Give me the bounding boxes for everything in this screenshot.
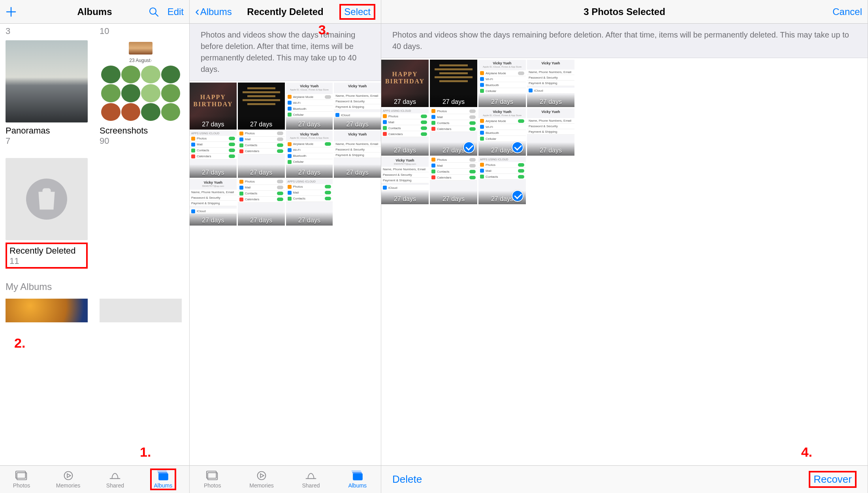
edit-button[interactable]: Edit: [168, 6, 184, 17]
tab-shared[interactable]: Shared: [302, 470, 320, 489]
deleted-item[interactable]: 27 days: [238, 83, 285, 130]
deleted-item[interactable]: Vicky Yueh Name, Phone Numbers, Email Pa…: [527, 108, 574, 156]
svg-rect-4: [159, 473, 168, 480]
deleted-item[interactable]: Vicky YuehApple ID, iCloud, iTunes & App…: [286, 83, 333, 130]
days-remaining: 27 days: [442, 98, 465, 105]
back-label: Albums: [200, 6, 232, 17]
deleted-item-selected[interactable]: Vicky YuehApple ID, iCloud, iTunes & App…: [478, 108, 526, 156]
trash-icon: [26, 179, 67, 220]
days-remaining: 27 days: [202, 217, 224, 224]
days-remaining: 27 days: [540, 98, 562, 105]
delete-button[interactable]: Delete: [392, 473, 422, 485]
page-title: 3 Photos Selected: [381, 6, 868, 17]
tab-bar: Photos Memories Shared Albums: [190, 465, 381, 493]
tab-shared[interactable]: Shared: [106, 470, 124, 489]
albums-scroll[interactable]: 3 10 Panoramas 7 23 August› S: [0, 24, 189, 465]
days-remaining: 27 days: [298, 169, 320, 176]
deleted-item[interactable]: HAPPYBIRTHDAY 27 days: [190, 83, 237, 130]
tab-memories[interactable]: Memories: [56, 470, 80, 489]
deleted-item[interactable]: Vicky Yueh Name, Phone Numbers, Email Pa…: [334, 131, 381, 178]
step-label-3: 3.: [318, 22, 330, 38]
album-count-screenshots: 90: [100, 136, 182, 146]
days-remaining: 27 days: [298, 121, 320, 128]
svg-rect-10: [353, 473, 362, 480]
days-remaining: 27 days: [346, 121, 369, 128]
tab-photos[interactable]: Photos: [204, 470, 221, 489]
days-remaining: 27 days: [250, 217, 272, 224]
tab-shared-label: Shared: [106, 482, 124, 489]
my-album-thumb: [6, 299, 88, 322]
selection-check-icon: [512, 190, 523, 202]
deleted-item[interactable]: 27 days: [430, 60, 477, 107]
deleted-item-selected[interactable]: APPS USING ICLOUD Photos Mail Contacts 2…: [478, 157, 526, 204]
deleted-item[interactable]: Photos Mail Contacts Calendars 27 days: [238, 179, 285, 226]
step-label-4: 4.: [801, 444, 812, 460]
back-button[interactable]: ‹ Albums: [195, 4, 232, 19]
tab-albums[interactable]: Albums: [348, 470, 367, 489]
days-remaining: 27 days: [540, 147, 562, 154]
days-remaining: 27 days: [250, 169, 272, 176]
album-recently-deleted[interactable]: Recently Deleted 11: [6, 158, 88, 269]
tab-photos-label: Photos: [204, 482, 221, 489]
recover-button[interactable]: Recover: [809, 471, 857, 488]
deleted-item[interactable]: Photos Mail Contacts Calendars 27 days: [238, 131, 285, 178]
pane-albums: Albums Edit 3 10 Panoramas 7 23 August›: [0, 0, 190, 493]
album-thumb-screenshots: 23 August›: [100, 40, 182, 122]
deleted-item[interactable]: Photos Mail Contacts Calendars 27 days: [430, 157, 477, 204]
deleted-item[interactable]: APPS USING ICLOUD Photos Mail Contacts 2…: [286, 179, 333, 226]
deletion-info: Photos and videos show the days remainin…: [381, 24, 868, 58]
days-remaining: 27 days: [202, 169, 224, 176]
navbar-albums: Albums Edit: [0, 0, 189, 24]
album-count-left: 3: [6, 26, 88, 36]
deleted-item[interactable]: Vicky YuehApple ID, iCloud, iTunes & App…: [478, 60, 526, 107]
add-album-button[interactable]: [6, 6, 17, 17]
tab-shared-label: Shared: [302, 482, 320, 489]
deleted-item-selected[interactable]: Photos Mail Contacts Calendars 27 days: [430, 108, 477, 156]
album-title-recently-deleted: Recently Deleted: [9, 246, 84, 256]
tab-memories-label: Memories: [56, 482, 80, 489]
album-count-recently-deleted: 11: [9, 256, 84, 266]
deleted-item[interactable]: APPS USING ICLOUD Photos Mail Contacts C…: [381, 108, 429, 156]
tab-photos-label: Photos: [13, 482, 30, 489]
album-panoramas[interactable]: Panoramas 7: [6, 40, 88, 146]
screenshots-date-label: 23 August: [129, 58, 150, 63]
deleted-item[interactable]: APPS USING ICLOUD Photos Mail Contacts C…: [190, 131, 237, 178]
search-button[interactable]: [149, 7, 159, 17]
my-album-item[interactable]: [6, 299, 88, 322]
days-remaining: 27 days: [298, 217, 320, 224]
album-count-panoramas: 7: [6, 136, 88, 146]
selection-check-icon: [512, 141, 523, 153]
deleted-item[interactable]: Vicky Yueh550457577@qq.com Name, Phone N…: [190, 179, 237, 226]
svg-rect-5: [158, 472, 168, 474]
tab-memories[interactable]: Memories: [249, 470, 273, 489]
deleted-item[interactable]: HAPPYBIRTHDAY 27 days: [381, 60, 429, 107]
days-remaining: 27 days: [346, 169, 369, 176]
select-button[interactable]: Select: [339, 4, 375, 20]
deleted-grid[interactable]: HAPPYBIRTHDAY 27 days 27 days Vicky Yueh…: [190, 81, 381, 465]
tab-photos[interactable]: Photos: [13, 470, 30, 489]
tab-albums-label: Albums: [154, 482, 173, 489]
deleted-item[interactable]: Vicky Yueh Name, Phone Numbers, Email Pa…: [527, 60, 574, 107]
cancel-button[interactable]: Cancel: [832, 6, 862, 17]
recently-deleted-highlight: Recently Deleted 11: [6, 243, 88, 269]
deletion-info: Photos and videos show the days remainin…: [190, 24, 381, 81]
selection-check-icon: [463, 141, 475, 153]
chevron-left-icon: ‹: [195, 4, 200, 19]
navbar-recently-deleted: ‹ Albums Recently Deleted Select: [190, 0, 381, 24]
days-remaining: 27 days: [442, 147, 465, 154]
days-remaining: 27 days: [250, 121, 272, 128]
svg-rect-12: [352, 470, 361, 472]
step-label-2: 2.: [14, 335, 25, 351]
tab-albums[interactable]: Albums: [150, 469, 177, 490]
tab-albums-label: Albums: [348, 482, 367, 489]
deleted-item[interactable]: Vicky Yueh550457577@qq.com Name, Phone N…: [381, 157, 429, 204]
album-thumb-panoramas: [6, 40, 88, 122]
deleted-item[interactable]: Vicky YuehApple ID, iCloud, iTunes & App…: [286, 131, 333, 178]
deleted-grid-selecting[interactable]: HAPPYBIRTHDAY 27 days 27 days Vicky Yueh…: [381, 58, 868, 465]
album-thumb-recently-deleted: [6, 158, 88, 240]
album-screenshots[interactable]: 23 August› Screenshots 90: [100, 40, 182, 146]
days-remaining: 27 days: [491, 196, 513, 203]
my-album-item-empty[interactable]: [100, 299, 182, 322]
deleted-item[interactable]: Vicky Yueh Name, Phone Numbers, Email Pa…: [334, 83, 381, 130]
days-remaining: 27 days: [394, 147, 416, 154]
